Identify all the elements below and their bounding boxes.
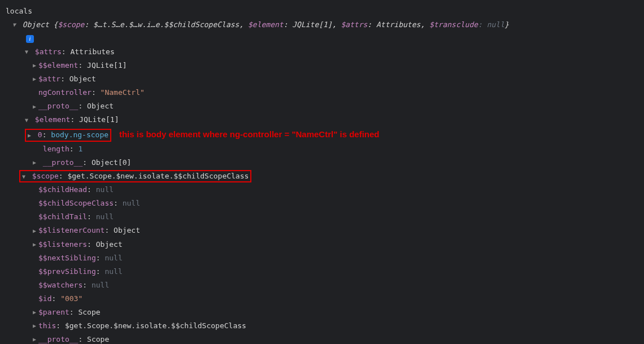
attrs-val: : Attributes bbox=[62, 47, 115, 56]
annotation-text: this is body element where ng-controller… bbox=[119, 129, 380, 139]
index-sep: : bbox=[42, 130, 51, 139]
key-transclude: $transclude bbox=[429, 20, 478, 29]
chevron-right-icon[interactable] bbox=[33, 240, 38, 250]
chevron-right-icon[interactable] bbox=[33, 226, 38, 237]
property-val: : Scope bbox=[78, 335, 109, 343]
property-key: this bbox=[38, 321, 56, 330]
object-suffix: } bbox=[504, 20, 509, 29]
property-key: $parent bbox=[38, 308, 69, 316]
property-row[interactable]: $$listenerCount: Object bbox=[6, 224, 638, 237]
property-row[interactable]: $attr: Object bbox=[6, 72, 638, 86]
scope-key: $scope bbox=[32, 172, 59, 180]
property-sep: : bbox=[96, 254, 105, 262]
property-key: $$listeners bbox=[38, 240, 87, 249]
property-row[interactable]: $$element: JQLite[1] bbox=[6, 59, 638, 72]
chevron-right-icon[interactable] bbox=[33, 334, 38, 344]
property-key: $$element bbox=[38, 61, 78, 69]
property-key: $attr bbox=[38, 75, 60, 83]
element-class[interactable]: .ng-scope bbox=[69, 130, 108, 139]
key-attrs: $attrs bbox=[341, 20, 367, 29]
val-scope: : $…t.S…e.$…w.i…e.$$childScopeClass, bbox=[84, 20, 248, 29]
property-sep: : bbox=[96, 267, 105, 276]
attrs-row[interactable]: $attrs: Attributes bbox=[6, 45, 638, 59]
chevron-right-icon[interactable] bbox=[28, 132, 33, 140]
property-row[interactable]: ngController: "NameCtrl" bbox=[6, 86, 638, 99]
element-row[interactable]: $element: JQLite[1] bbox=[6, 113, 638, 127]
object-summary-row[interactable]: Object {$scope: $…t.S…e.$…w.i…e.$$childS… bbox=[6, 18, 638, 32]
property-key: ngController bbox=[38, 88, 92, 97]
property-row[interactable]: $$listeners: Object bbox=[6, 238, 638, 251]
proto-key: __proto__ bbox=[43, 158, 82, 167]
length-val: 1 bbox=[78, 145, 82, 153]
property-row[interactable]: $$childScopeClass: null bbox=[6, 197, 638, 210]
property-row[interactable]: $$childHead: null bbox=[6, 183, 638, 197]
property-row[interactable]: __proto__: Object bbox=[6, 99, 638, 113]
property-val: : $get.Scope.$new.isolate.$$childScopeCl… bbox=[56, 321, 246, 330]
property-string: "NameCtrl" bbox=[101, 88, 145, 97]
property-val: : Object bbox=[105, 226, 140, 234]
property-key: $$childHead bbox=[38, 185, 87, 194]
chevron-right-icon[interactable] bbox=[33, 307, 38, 318]
chevron-down-icon[interactable] bbox=[25, 47, 31, 58]
property-val: : Scope bbox=[69, 308, 101, 316]
element-tag[interactable]: body bbox=[51, 130, 68, 139]
val-attrs: : Attributes, bbox=[367, 20, 429, 29]
chevron-down-icon[interactable] bbox=[25, 115, 31, 126]
info-icon[interactable]: i bbox=[26, 35, 34, 43]
index-key: 0 bbox=[38, 130, 42, 139]
property-null: null bbox=[123, 199, 140, 207]
console-header: locals bbox=[6, 5, 638, 18]
element-index0-row[interactable]: 0: body.ng-scope this is body element wh… bbox=[6, 127, 638, 142]
val-transclude: : null bbox=[478, 20, 504, 29]
chevron-down-icon[interactable] bbox=[22, 173, 28, 181]
attrs-key: $attrs bbox=[35, 47, 62, 56]
length-sep: : bbox=[69, 145, 79, 153]
property-val: : Object bbox=[87, 240, 123, 249]
property-row[interactable]: $$watchers: null bbox=[6, 278, 638, 292]
info-row: i bbox=[6, 32, 638, 45]
property-row[interactable]: this: $get.Scope.$new.isolate.$$childSco… bbox=[6, 319, 638, 333]
property-sep: : bbox=[87, 212, 96, 221]
scope-row[interactable]: $scope: $get.Scope.$new.isolate.$$childS… bbox=[6, 169, 638, 183]
element-proto-row[interactable]: __proto__: Object[0] bbox=[6, 156, 638, 169]
property-key: __proto__ bbox=[38, 102, 78, 110]
property-key: __proto__ bbox=[38, 335, 78, 343]
element-key: $element bbox=[35, 115, 71, 124]
chevron-right-icon[interactable] bbox=[33, 60, 38, 71]
property-key: $$childTail bbox=[38, 212, 87, 221]
property-key: $$watchers bbox=[38, 281, 82, 289]
property-key: $$listenerCount bbox=[38, 226, 105, 234]
chevron-right-icon[interactable] bbox=[33, 158, 38, 168]
property-sep: : bbox=[51, 294, 60, 303]
chevron-right-icon[interactable] bbox=[33, 102, 38, 112]
highlight-box-element-0: 0: body.ng-scope bbox=[25, 129, 111, 141]
highlight-box-scope: $scope: $get.Scope.$new.isolate.$$childS… bbox=[19, 170, 251, 182]
locals-label: locals bbox=[6, 7, 32, 15]
property-string: "003" bbox=[60, 294, 82, 303]
property-key: $id bbox=[38, 294, 51, 303]
scope-val: : $get.Scope.$new.isolate.$$childScopeCl… bbox=[59, 172, 249, 180]
property-row[interactable]: __proto__: Scope bbox=[6, 333, 638, 344]
key-element: $element bbox=[248, 20, 284, 29]
element-val: : JQLite[1] bbox=[70, 115, 119, 124]
property-key: $$childScopeClass bbox=[38, 199, 114, 207]
property-sep: : bbox=[87, 185, 96, 194]
property-null: null bbox=[96, 212, 114, 221]
property-row[interactable]: $$prevSibling: null bbox=[6, 265, 638, 278]
property-sep: : bbox=[92, 88, 101, 97]
property-row[interactable]: $$nextSibling: null bbox=[6, 251, 638, 265]
property-row[interactable]: $parent: Scope bbox=[6, 306, 638, 319]
chevron-right-icon[interactable] bbox=[33, 74, 38, 85]
property-val: : Object bbox=[60, 75, 96, 83]
element-length-row: length: 1 bbox=[6, 142, 638, 156]
object-prefix: Object { bbox=[23, 20, 58, 29]
key-scope: $scope bbox=[58, 20, 84, 29]
chevron-right-icon[interactable] bbox=[33, 321, 38, 332]
chevron-down-icon[interactable] bbox=[12, 20, 18, 31]
property-null: null bbox=[105, 267, 122, 276]
property-row[interactable]: $id: "003" bbox=[6, 292, 638, 306]
property-sep: : bbox=[82, 281, 92, 289]
property-row[interactable]: $$childTail: null bbox=[6, 210, 638, 224]
property-val: : Object bbox=[78, 102, 114, 110]
property-key: $$nextSibling bbox=[38, 254, 96, 262]
